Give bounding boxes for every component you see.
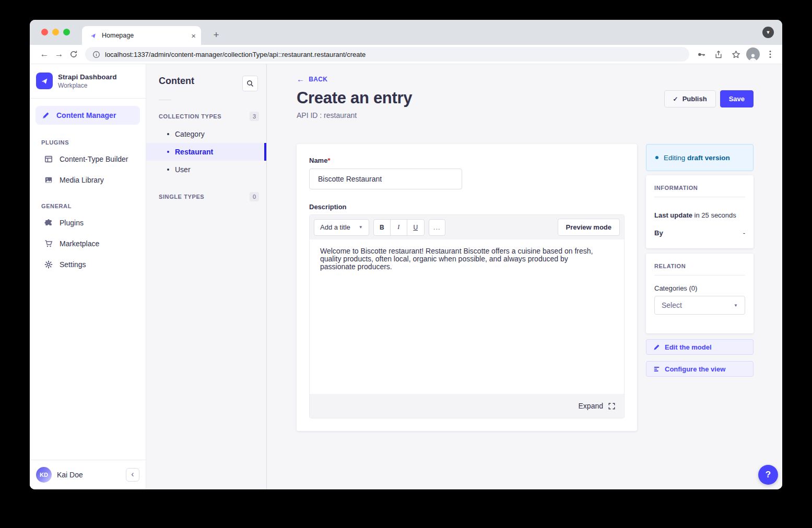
by-row: By -	[654, 229, 745, 237]
sidebar-item-settings[interactable]: Settings	[30, 254, 146, 275]
more-formatting-button[interactable]: ...	[429, 219, 445, 236]
share-icon[interactable]	[712, 47, 725, 61]
site-info-icon[interactable]	[92, 51, 100, 58]
window-controls	[41, 29, 70, 35]
bullet-icon	[167, 133, 169, 135]
format-button-group: B I U	[373, 219, 425, 236]
browser-menu-chevron-button[interactable]: ▼	[762, 27, 774, 38]
sidebar-item-media-library[interactable]: Media Library	[30, 170, 146, 190]
last-update-value: in 25 seconds	[692, 211, 736, 219]
sidebar-item-content-type-builder[interactable]: Content-Type Builder	[30, 149, 146, 170]
zoom-window-button[interactable]	[63, 29, 70, 35]
workspace-brand[interactable]: Strapi Dashboard Workplace	[30, 64, 146, 99]
strapi-logo-icon	[36, 73, 53, 89]
browser-toolbar: ← → localhost:1337/admin/content-manager…	[30, 45, 782, 64]
browser-kebab-menu-icon[interactable]	[763, 47, 777, 61]
editor-footer: Expand	[310, 394, 624, 418]
sidebar-item-label: Marketplace	[60, 239, 99, 248]
sidebar-user-row: KD Kai Doe ‹	[30, 460, 146, 489]
url-text: localhost:1337/admin/content-manager/col…	[105, 51, 366, 58]
draft-banner-text: Editing draft version	[664, 154, 730, 162]
preview-mode-button[interactable]: Preview mode	[558, 219, 620, 236]
bullet-icon	[167, 169, 169, 171]
sidebar-item-label: Content Manager	[56, 111, 116, 119]
back-label: BACK	[309, 76, 327, 83]
expand-icon[interactable]	[608, 403, 615, 410]
sidebar-item-content-manager[interactable]: Content Manager	[36, 106, 140, 125]
chevron-down-icon: ▼	[734, 303, 738, 308]
description-field-label: Description	[309, 203, 625, 211]
search-icon	[246, 80, 254, 87]
sidebar-item-marketplace[interactable]: Marketplace	[30, 233, 146, 254]
collection-type-item-category[interactable]: Category	[146, 125, 266, 143]
single-types-label: SINGLE TYPES	[159, 194, 204, 200]
expand-label[interactable]: Expand	[579, 402, 603, 410]
edit-the-model-label: Edit the model	[665, 343, 712, 351]
collection-type-item-user[interactable]: User	[146, 161, 266, 178]
cart-icon	[44, 239, 53, 248]
title-style-dropdown[interactable]: Add a title ▼	[314, 219, 369, 236]
collection-type-item-restaurant[interactable]: Restaurant	[146, 143, 266, 161]
description-text-line: Welcome to Biscotte restaurant! Restaura…	[320, 247, 614, 255]
title-style-value: Add a title	[320, 223, 350, 231]
help-button[interactable]: ?	[758, 465, 778, 485]
italic-button[interactable]: I	[391, 220, 407, 235]
avatar[interactable]: KD	[36, 467, 52, 483]
api-id-subtitle: API ID : restaurant	[297, 111, 412, 119]
publish-button[interactable]: ✓ Publish	[664, 90, 716, 107]
tab-close-icon[interactable]: ×	[191, 31, 196, 40]
browser-profile-avatar[interactable]	[746, 47, 760, 61]
browser-action-icons	[695, 47, 777, 61]
pencil-icon	[653, 344, 660, 351]
search-button[interactable]	[242, 76, 258, 91]
browser-window: Homepage × + ▼ ← → localhost:1337/admin/…	[30, 20, 782, 489]
bullet-icon	[167, 151, 169, 153]
sidebar-item-label: Media Library	[60, 176, 104, 184]
main-navigation-sidebar: Strapi Dashboard Workplace Content Manag…	[30, 64, 146, 489]
back-link[interactable]: ← BACK	[297, 75, 327, 83]
check-icon: ✓	[673, 95, 678, 103]
collection-type-label: Category	[175, 130, 205, 138]
entry-meta-column: Editing draft version INFORMATION Last u…	[646, 144, 754, 377]
user-name: Kai Doe	[57, 471, 121, 479]
editor-toolbar: Add a title ▼ B I U ... Preview mode	[310, 215, 624, 239]
close-window-button[interactable]	[41, 29, 48, 35]
plugins-section-label: PLUGINS	[30, 127, 146, 149]
save-button[interactable]: Save	[720, 90, 754, 107]
edit-the-model-button[interactable]: Edit the model	[646, 339, 754, 355]
sidebar-item-plugins[interactable]: Plugins	[30, 212, 146, 233]
browser-tab-homepage[interactable]: Homepage ×	[82, 26, 201, 45]
name-input[interactable]	[309, 169, 462, 189]
content-panel-title: Content	[159, 76, 194, 87]
back-arrow-icon: ←	[297, 75, 304, 83]
publish-label: Publish	[682, 95, 707, 103]
password-key-icon[interactable]	[695, 47, 708, 61]
single-types-count-badge: 0	[250, 192, 259, 201]
back-nav-icon[interactable]: ←	[37, 49, 52, 59]
relation-card: RELATION Categories (0) Select ▼	[646, 254, 754, 333]
general-section-label: GENERAL	[30, 190, 146, 212]
forward-nav-icon[interactable]: →	[52, 49, 66, 59]
categories-field-label: Categories (0)	[654, 284, 745, 292]
draft-banner-normal: Editing	[664, 154, 685, 162]
reload-icon[interactable]	[66, 50, 81, 58]
divider	[654, 197, 745, 197]
strapi-favicon-icon	[89, 32, 97, 40]
underline-button[interactable]: U	[407, 220, 424, 235]
pen-icon	[42, 111, 50, 119]
content-sub-sidebar: Content COLLECTION TYPES 3 Category Rest…	[146, 64, 267, 489]
configure-the-view-label: Configure the view	[665, 365, 725, 373]
categories-select[interactable]: Select ▼	[654, 296, 745, 315]
description-editor-body[interactable]: Welcome to Biscotte restaurant! Restaura…	[310, 239, 624, 394]
select-placeholder: Select	[662, 301, 682, 309]
minimize-window-button[interactable]	[52, 29, 59, 35]
bookmark-star-icon[interactable]	[729, 47, 743, 61]
bold-button[interactable]: B	[374, 220, 391, 235]
name-label-text: Name	[309, 157, 327, 164]
new-tab-button[interactable]: +	[209, 28, 223, 42]
configure-the-view-button[interactable]: Configure the view	[646, 361, 754, 377]
collapse-sidebar-button[interactable]: ‹	[126, 468, 139, 482]
address-bar[interactable]: localhost:1337/admin/content-manager/col…	[85, 47, 689, 62]
information-label: INFORMATION	[654, 185, 745, 191]
strapi-app: Strapi Dashboard Workplace Content Manag…	[30, 64, 782, 489]
